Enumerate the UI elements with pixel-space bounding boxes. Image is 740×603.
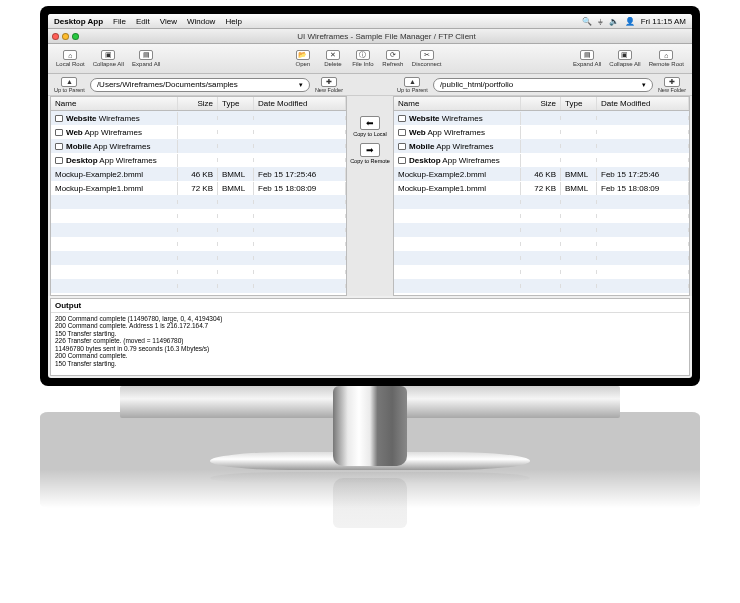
local-root-button[interactable]: ⌂Local Root [52,50,89,67]
remote-file-list[interactable]: Website WireframesWeb App WireframesMobi… [394,111,689,295]
disconnect-icon: ✂ [420,50,434,60]
delete-button[interactable]: ✕Delete [318,50,348,67]
menu-file[interactable]: File [113,17,126,26]
remote-path-combo[interactable]: /public_html/portfolio ▾ [433,78,653,92]
remote-root-button[interactable]: ⌂Remote Root [645,50,688,67]
col-size[interactable]: Size [521,97,561,110]
menu-window[interactable]: Window [187,17,215,26]
cell-date [254,256,346,260]
table-row[interactable] [51,195,346,209]
table-row[interactable]: Mobile App Wireframes [51,139,346,153]
expand-all-r-button[interactable]: ▤Expand All [569,50,605,67]
cell-name: Mockup-Example1.bmml [51,182,178,195]
cell-name [394,228,521,232]
table-row[interactable] [51,265,346,279]
up-to-parent-local[interactable]: ▲ Up to Parent [52,77,87,93]
collapse-all-l-button[interactable]: ▣Collapse All [89,50,128,67]
file-info-button[interactable]: ⓘFile Info [348,50,378,67]
app-name[interactable]: Desktop App [54,17,103,26]
table-row[interactable]: Mockup-Example2.bmml46 KBBMMLFeb 15 17:2… [394,167,689,181]
copy-to-remote-button[interactable]: ➡ Copy to Remote [350,143,390,164]
table-row[interactable]: Mobile App Wireframes [394,139,689,153]
col-date[interactable]: Date Modified [597,97,689,110]
cell-size [178,130,218,134]
minimize-icon[interactable] [62,33,69,40]
col-name[interactable]: Name [394,97,521,110]
table-row[interactable]: Website Wireframes [51,111,346,125]
transfer-column: ⬅ Copy to Local ➡ Copy to Remote [349,96,391,296]
table-row[interactable]: Website Wireframes [394,111,689,125]
cell-type [561,242,597,246]
table-row[interactable]: Mockup-Example1.bmml72 KBBMMLFeb 15 18:0… [51,181,346,195]
cell-type: BMML [218,182,254,195]
cell-date [597,270,689,274]
path-row: ▲ Up to Parent /Users/Wireframes/Documen… [48,74,692,96]
new-folder-local[interactable]: ✚ New Folder [313,77,345,93]
menu-view[interactable]: View [160,17,177,26]
local-file-list[interactable]: Website WireframesWeb App WireframesMobi… [51,111,346,295]
file-info-icon: ⓘ [356,50,370,60]
cell-date: Feb 15 18:08:09 [597,182,689,195]
folder-icon [55,157,63,164]
menu-help[interactable]: Help [225,17,241,26]
table-row[interactable]: Mockup-Example1.bmml72 KBBMMLFeb 15 18:0… [394,181,689,195]
cell-type: BMML [218,168,254,181]
table-row[interactable] [394,223,689,237]
table-row[interactable]: Mockup-Example2.bmml46 KBBMMLFeb 15 17:2… [51,167,346,181]
expand-all-l-button[interactable]: ▤Expand All [128,50,164,67]
cell-date [597,144,689,148]
table-row[interactable] [51,223,346,237]
refresh-button[interactable]: ⟳Refresh [378,50,408,67]
cell-name [394,256,521,260]
table-row[interactable] [394,237,689,251]
volume-icon[interactable]: 🔈 [609,17,619,26]
folder-icon [398,143,406,150]
expand-all-r-label: Expand All [573,61,601,67]
col-date[interactable]: Date Modified [254,97,346,110]
wifi-icon[interactable]: ⏚ [598,17,603,26]
cell-date [254,214,346,218]
cell-type [218,144,254,148]
collapse-all-r-button[interactable]: ▣Collapse All [605,50,644,67]
table-row[interactable] [394,209,689,223]
col-type[interactable]: Type [218,97,254,110]
close-icon[interactable] [52,33,59,40]
table-row[interactable]: Desktop App Wireframes [394,153,689,167]
cell-size [521,214,561,218]
table-row[interactable]: Web App Wireframes [51,125,346,139]
table-row[interactable] [394,265,689,279]
col-type[interactable]: Type [561,97,597,110]
disconnect-button[interactable]: ✂Disconnect [408,50,446,67]
table-row[interactable] [51,293,346,295]
new-folder-remote[interactable]: ✚ New Folder [656,77,688,93]
cell-size [178,158,218,162]
local-path-combo[interactable]: /Users/Wireframes/Documents/samples ▾ [90,78,310,92]
table-row[interactable]: Desktop App Wireframes [51,153,346,167]
table-row[interactable]: Web App Wireframes [394,125,689,139]
table-row[interactable] [51,209,346,223]
copy-to-local-button[interactable]: ⬅ Copy to Local [353,116,387,137]
menu-edit[interactable]: Edit [136,17,150,26]
output-log[interactable]: 200 Command complete (11496780, large, 0… [51,313,689,375]
spotlight-icon[interactable]: 🔍 [582,17,592,26]
monitor-bezel: Desktop App File Edit View Window Help 🔍… [40,6,700,386]
table-row[interactable] [51,251,346,265]
delete-label: Delete [324,61,341,67]
open-button[interactable]: 📂Open [288,50,318,67]
cell-date [597,130,689,134]
col-size[interactable]: Size [178,97,218,110]
cell-name [51,284,178,288]
table-row[interactable] [394,251,689,265]
up-to-parent-remote[interactable]: ▲ Up to Parent [395,77,430,93]
table-row[interactable] [394,279,689,293]
table-row[interactable] [394,195,689,209]
col-name[interactable]: Name [51,97,178,110]
clock[interactable]: Fri 11:15 AM [641,17,686,26]
table-row[interactable] [51,237,346,251]
cell-name [394,242,521,246]
table-row[interactable] [394,293,689,295]
table-row[interactable] [51,279,346,293]
folder-icon [398,129,406,136]
user-icon[interactable]: 👤 [625,17,635,26]
zoom-icon[interactable] [72,33,79,40]
